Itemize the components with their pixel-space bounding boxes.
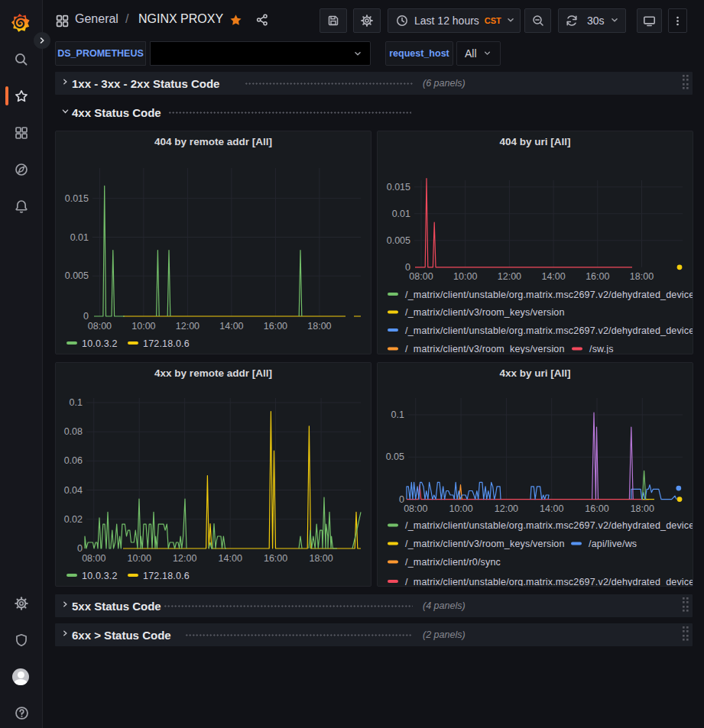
svg-text:16:00: 16:00 <box>264 553 287 564</box>
svg-text:0.015: 0.015 <box>65 193 89 204</box>
svg-text:12:00: 12:00 <box>495 503 518 514</box>
svg-text:08:00: 08:00 <box>82 553 105 564</box>
svg-text:0.06: 0.06 <box>64 455 83 466</box>
svg-text:0.04: 0.04 <box>64 485 83 496</box>
svg-text:10.0.3.2: 10.0.3.2 <box>82 338 118 349</box>
svg-text:0.08: 0.08 <box>64 426 83 437</box>
svg-text:/_matrix/client/v3/room_keys/v: /_matrix/client/v3/room_keys/version <box>405 539 565 549</box>
svg-text:16:00: 16:00 <box>585 503 608 514</box>
svg-text:/_matrix/client/unstable/org.m: /_matrix/client/unstable/org.matrix.msc2… <box>405 520 693 531</box>
svg-text:10:00: 10:00 <box>131 321 155 332</box>
svg-text:/_matrix/client/v3/room_keys/v: /_matrix/client/v3/room_keys/version <box>405 307 565 318</box>
svg-text:16:00: 16:00 <box>586 271 609 282</box>
svg-text:0.1: 0.1 <box>70 397 83 408</box>
svg-text:0.005: 0.005 <box>387 235 410 246</box>
svg-text:16:00: 16:00 <box>264 321 287 332</box>
svg-text:/sw.js: /sw.js <box>589 344 614 354</box>
svg-text:10.0.3.2: 10.0.3.2 <box>82 571 118 581</box>
svg-text:/_matrix/client/unstable/org.m: /_matrix/client/unstable/org.matrix.msc2… <box>405 290 693 300</box>
svg-text:12:00: 12:00 <box>176 321 200 332</box>
svg-text:08:00: 08:00 <box>404 503 427 514</box>
svg-text:0.02: 0.02 <box>64 514 83 525</box>
svg-text:/_matrix/client/v3/room_keys/v: /_matrix/client/v3/room_keys/version <box>405 344 565 354</box>
svg-text:/_matrix/client/unstable/org.m: /_matrix/client/unstable/org.matrix.msc2… <box>405 577 693 587</box>
svg-text:0.005: 0.005 <box>65 270 89 281</box>
svg-text:172.18.0.6: 172.18.0.6 <box>143 338 190 349</box>
svg-text:14:00: 14:00 <box>219 553 242 564</box>
svg-text:/api/live/ws: /api/live/ws <box>589 539 637 549</box>
svg-text:18:00: 18:00 <box>307 321 331 332</box>
svg-text:0.1: 0.1 <box>391 409 404 420</box>
svg-text:0.01: 0.01 <box>70 232 89 243</box>
svg-text:10:00: 10:00 <box>128 553 151 564</box>
svg-text:18:00: 18:00 <box>309 553 333 564</box>
svg-text:10:00: 10:00 <box>449 503 472 514</box>
svg-text:0: 0 <box>77 543 83 554</box>
svg-text:08:00: 08:00 <box>409 271 433 282</box>
svg-text:12:00: 12:00 <box>173 553 196 564</box>
svg-text:18:00: 18:00 <box>631 503 654 514</box>
svg-text:14:00: 14:00 <box>540 503 563 514</box>
svg-text:/_matrix/client/unstable/org.m: /_matrix/client/unstable/org.matrix.msc2… <box>405 325 693 336</box>
svg-text:08:00: 08:00 <box>88 321 112 332</box>
svg-text:12:00: 12:00 <box>498 271 521 282</box>
svg-text:0.05: 0.05 <box>386 451 404 462</box>
svg-text:14:00: 14:00 <box>219 321 243 332</box>
svg-text:10:00: 10:00 <box>453 271 477 282</box>
svg-text:18:00: 18:00 <box>630 271 654 282</box>
svg-text:0: 0 <box>83 311 89 322</box>
svg-text:14:00: 14:00 <box>541 271 565 282</box>
svg-text:172.18.0.6: 172.18.0.6 <box>143 571 190 581</box>
svg-text:/_matrix/client/r0/sync: /_matrix/client/r0/sync <box>405 557 501 568</box>
svg-text:0.01: 0.01 <box>392 209 410 219</box>
svg-text:0.015: 0.015 <box>387 182 410 193</box>
